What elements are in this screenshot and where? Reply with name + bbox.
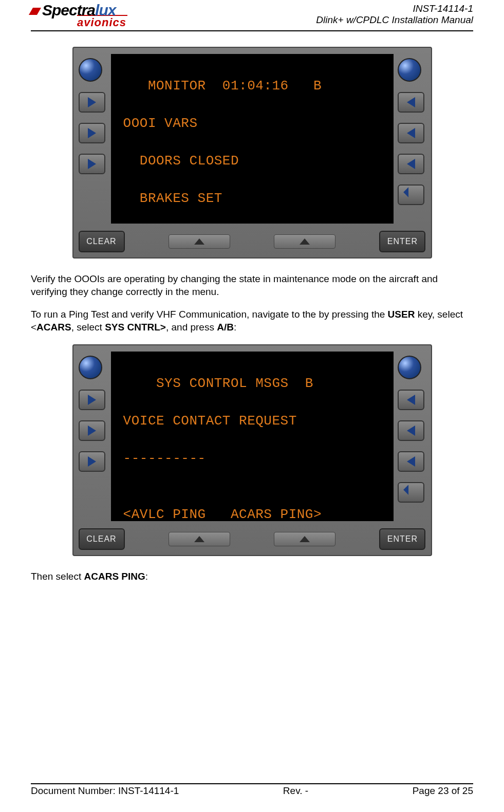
paragraph-3: Then select ACARS PING: xyxy=(31,570,473,583)
rsk-r3[interactable] xyxy=(398,123,424,143)
enter-button[interactable]: ENTER xyxy=(379,231,425,252)
footer-left: Document Number: INST-14114-1 xyxy=(31,785,179,797)
clear-button[interactable]: CLEAR xyxy=(79,528,125,550)
device-panel-2: SYS CONTROL MSGS B VOICE CONTACT REQUEST… xyxy=(72,344,432,556)
round-button-l1[interactable] xyxy=(79,58,102,82)
rsk-r2[interactable] xyxy=(398,390,424,410)
paragraph-2: To run a Ping Test and verify VHF Commun… xyxy=(31,308,473,334)
screen-2: SYS CONTROL MSGS B VOICE CONTACT REQUEST… xyxy=(111,352,394,521)
left-softkeys xyxy=(79,54,107,224)
screen-line: ---------- xyxy=(115,449,389,468)
lsk-l2[interactable] xyxy=(79,92,105,113)
lsk-l3[interactable] xyxy=(79,123,105,143)
screen-line: VOICE CONTACT REQUEST xyxy=(115,412,389,430)
paragraph-1: Verify the OOOIs are operating by changi… xyxy=(31,273,473,298)
round-button-r1[interactable] xyxy=(398,58,421,82)
logo-main: Spectralux xyxy=(31,3,127,17)
screen-line: DOORS CLOSED xyxy=(115,152,389,170)
right-softkeys xyxy=(398,54,426,224)
scroll-up-1[interactable] xyxy=(169,234,230,249)
logo-wedge-icon xyxy=(29,8,41,15)
rsk-r5[interactable] xyxy=(398,184,424,205)
screen-1: MONITOR 01:04:16 B OOOI VARS DOORS CLOSE… xyxy=(111,54,394,224)
round-button-r1[interactable] xyxy=(398,356,421,379)
rsk-r3[interactable] xyxy=(398,420,424,441)
rsk-r4[interactable] xyxy=(398,154,424,174)
lsk-l4[interactable] xyxy=(79,451,105,472)
screen-line: OOOI VARS xyxy=(115,114,389,133)
page-header: Spectralux avionics INST-14114-1 Dlink+ … xyxy=(31,3,473,31)
enter-button[interactable]: ENTER xyxy=(379,528,425,550)
doc-number: INST-14114-1 xyxy=(316,3,473,14)
lsk-l2[interactable] xyxy=(79,390,105,410)
scroll-up-2[interactable] xyxy=(274,234,335,249)
rsk-r4[interactable] xyxy=(398,451,424,472)
screen-line: MONITOR 01:04:16 B xyxy=(115,77,389,95)
page-footer: Document Number: INST-14114-1 Rev. - Pag… xyxy=(31,783,473,797)
scroll-up-2[interactable] xyxy=(274,532,335,546)
doc-subtitle: Dlink+ w/CPDLC Installation Manual xyxy=(316,14,473,26)
screen-line: SYS CONTROL MSGS B xyxy=(115,374,389,393)
footer-right: Page 23 of 25 xyxy=(413,785,473,797)
round-button-l1[interactable] xyxy=(79,356,102,379)
right-softkeys xyxy=(398,352,426,521)
left-softkeys xyxy=(79,352,107,521)
header-meta: INST-14114-1 Dlink+ w/CPDLC Installation… xyxy=(316,3,473,26)
rsk-r5[interactable] xyxy=(398,482,424,503)
logo: Spectralux avionics xyxy=(31,3,127,29)
lsk-l3[interactable] xyxy=(79,420,105,441)
rsk-r2[interactable] xyxy=(398,92,424,113)
clear-button[interactable]: CLEAR xyxy=(79,231,125,252)
lsk-l4[interactable] xyxy=(79,154,105,174)
scroll-up-1[interactable] xyxy=(169,532,230,546)
footer-center: Rev. - xyxy=(283,785,308,797)
screen-line: BRAKES SET xyxy=(115,189,389,208)
device-panel-1: MONITOR 01:04:16 B OOOI VARS DOORS CLOSE… xyxy=(72,47,432,259)
screen-line: <AVLC PING ACARS PING> xyxy=(115,505,389,521)
